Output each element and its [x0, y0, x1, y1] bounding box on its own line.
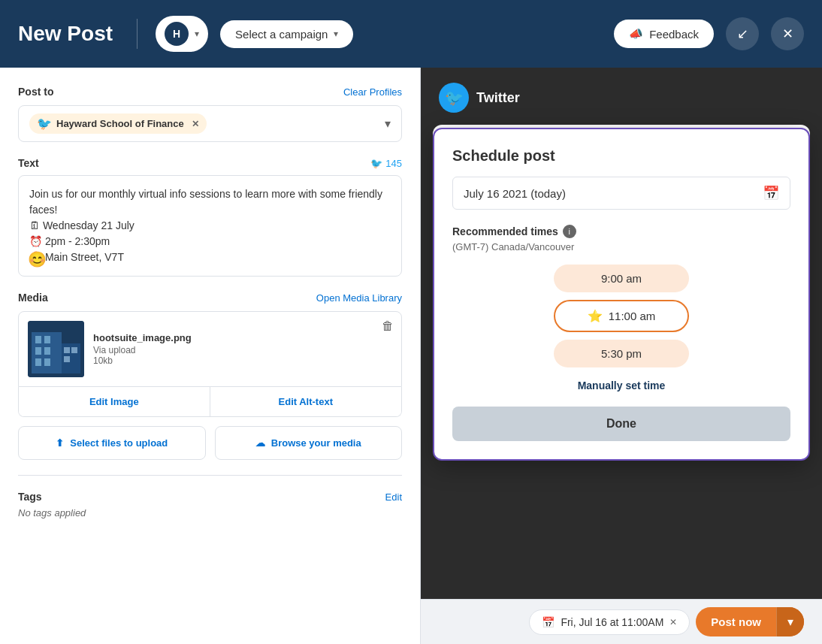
media-filename: hootsuite_image.png [93, 332, 392, 343]
cloud-icon: ☁ [255, 437, 265, 449]
text-section-header: Text 🐦 145 [18, 157, 402, 169]
edit-image-button[interactable]: Edit Image [19, 387, 210, 416]
time-label-11am: 11:00 am [609, 310, 656, 322]
remove-profile-icon[interactable]: ✕ [192, 119, 199, 129]
profile-name: Hayward School of Finance [56, 118, 184, 129]
twitter-icon-small: 🐦 [370, 158, 382, 169]
char-count: 🐦 145 [370, 158, 402, 169]
select-files-label: Select files to upload [70, 437, 168, 449]
text-input-area[interactable]: Join us for our monthly virtual info ses… [18, 175, 402, 277]
divider [18, 475, 402, 476]
media-label: Media [18, 292, 48, 304]
feedback-label: Feedback [649, 28, 699, 41]
svg-rect-4 [35, 347, 41, 355]
chevron-down-icon[interactable]: ▾ [776, 607, 804, 636]
close-button[interactable]: ✕ [771, 17, 804, 50]
edit-alttext-button[interactable]: Edit Alt-text [210, 387, 402, 416]
calendar-icon[interactable]: 📅 [763, 185, 779, 201]
text-content: Join us for our monthly virtual info ses… [29, 186, 391, 265]
media-info: hootsuite_image.png Via upload 10kb [93, 332, 392, 366]
media-actions: Edit Image Edit Alt-text [18, 387, 402, 417]
twitter-icon: 🐦 [439, 83, 469, 113]
header-divider [137, 19, 138, 49]
star-icon: ⭐ [588, 309, 603, 323]
text-label: Text [18, 157, 39, 169]
feedback-button[interactable]: 📣 Feedback [614, 20, 714, 48]
post-now-button[interactable]: Post now ▾ [696, 607, 804, 636]
main-content: Post to Clear Profiles 🐦 Hayward School … [0, 68, 822, 644]
date-value: July 16 2021 (today) [464, 187, 566, 200]
twitter-bird-large-icon: 🐦 [445, 89, 464, 107]
svg-rect-7 [44, 358, 50, 366]
campaign-select-button[interactable]: Select a campaign ▾ [220, 20, 353, 48]
tags-section: Tags Edit No tags applied [18, 491, 402, 519]
twitter-label: Twitter [476, 90, 520, 106]
hootsuite-account-button[interactable]: H ▾ [156, 16, 208, 52]
minimize-icon: ↙ [737, 26, 748, 42]
upload-section: ⬆ Select files to upload ☁ Browse your m… [18, 426, 402, 460]
text-section: Text 🐦 145 Join us for our monthly virtu… [18, 157, 402, 277]
svg-rect-2 [35, 336, 41, 343]
clear-profiles-link[interactable]: Clear Profiles [343, 86, 402, 98]
profile-dropdown[interactable]: 🐦 Hayward School of Finance ✕ ▾ [18, 105, 402, 142]
recommended-label: Recommended times [452, 225, 558, 237]
trash-icon: 🗑 [382, 319, 394, 332]
tags-edit-link[interactable]: Edit [385, 491, 402, 503]
char-count-value: 145 [385, 158, 402, 169]
browse-media-button[interactable]: ☁ Browse your media [215, 426, 403, 460]
info-icon[interactable]: i [563, 225, 576, 238]
emoji-button[interactable]: 😊 [28, 250, 47, 268]
svg-rect-9 [64, 347, 70, 353]
svg-rect-5 [44, 347, 50, 355]
right-panel: 🐦 Twitter HSF Hayward School of Fina... … [421, 68, 822, 644]
chevron-down-icon: ▾ [385, 116, 391, 131]
calendar-small-icon: 📅 [542, 616, 555, 628]
svg-rect-3 [44, 336, 50, 343]
post-to-section: Post to Clear Profiles 🐦 Hayward School … [18, 86, 402, 142]
close-icon: ✕ [782, 26, 793, 42]
post-now-label: Post now [696, 608, 776, 636]
campaign-select-label: Select a campaign [235, 28, 328, 41]
upload-icon: ⬆ [56, 437, 64, 449]
time-option-530pm[interactable]: 5:30 pm [554, 340, 689, 367]
schedule-date-label: Fri, Jul 16 at 11:00AM [561, 616, 663, 628]
time-option-11am[interactable]: ⭐ 11:00 am [554, 300, 689, 332]
media-size: 10kb [93, 355, 392, 366]
delete-media-button[interactable]: 🗑 [382, 319, 394, 333]
time-label-530pm: 5:30 pm [601, 347, 642, 360]
media-source: Via upload [93, 345, 392, 355]
manual-set-time-link[interactable]: Manually set time [452, 379, 790, 392]
svg-rect-11 [64, 356, 70, 362]
svg-rect-10 [71, 347, 77, 353]
time-label-9am: 9:00 am [601, 272, 642, 285]
date-input[interactable]: July 16 2021 (today) 📅 [452, 177, 790, 210]
browse-media-label: Browse your media [271, 437, 361, 449]
svg-rect-6 [35, 358, 41, 366]
twitter-bird-icon: 🐦 [37, 116, 52, 131]
media-header: Media Open Media Library [18, 292, 402, 304]
schedule-pill[interactable]: 📅 Fri, Jul 16 at 11:00AM ✕ [529, 609, 690, 635]
megaphone-icon: 📣 [629, 27, 643, 41]
no-tags-text: No tags applied [18, 507, 402, 519]
minimize-button[interactable]: ↙ [726, 17, 759, 50]
profile-tag: 🐦 Hayward School of Finance ✕ [29, 113, 207, 134]
done-button[interactable]: Done [452, 407, 790, 441]
header: New Post H ▾ Select a campaign ▾ 📣 Feedb… [0, 0, 822, 68]
chevron-down-icon: ▾ [195, 29, 199, 39]
media-section: Media Open Media Library [18, 292, 402, 460]
schedule-title: Schedule post [452, 147, 790, 165]
time-option-9am[interactable]: 9:00 am [554, 265, 689, 292]
time-options: 9:00 am ⭐ 11:00 am 5:30 pm [452, 265, 790, 367]
left-panel: Post to Clear Profiles 🐦 Hayward School … [0, 68, 421, 644]
schedule-overlay: Schedule post July 16 2021 (today) 📅 Rec… [433, 128, 810, 461]
remove-schedule-icon[interactable]: ✕ [669, 617, 677, 627]
tags-header: Tags Edit [18, 491, 402, 503]
hootsuite-avatar: H [165, 22, 189, 46]
chevron-down-icon: ▾ [334, 29, 338, 39]
select-files-button[interactable]: ⬆ Select files to upload [18, 426, 206, 460]
post-to-header: Post to Clear Profiles [18, 86, 402, 98]
open-media-library-link[interactable]: Open Media Library [316, 292, 402, 304]
recommended-header: Recommended times i [452, 225, 790, 238]
page-title: New Post [18, 22, 113, 46]
media-item: hootsuite_image.png Via upload 10kb 🗑 [18, 311, 402, 387]
